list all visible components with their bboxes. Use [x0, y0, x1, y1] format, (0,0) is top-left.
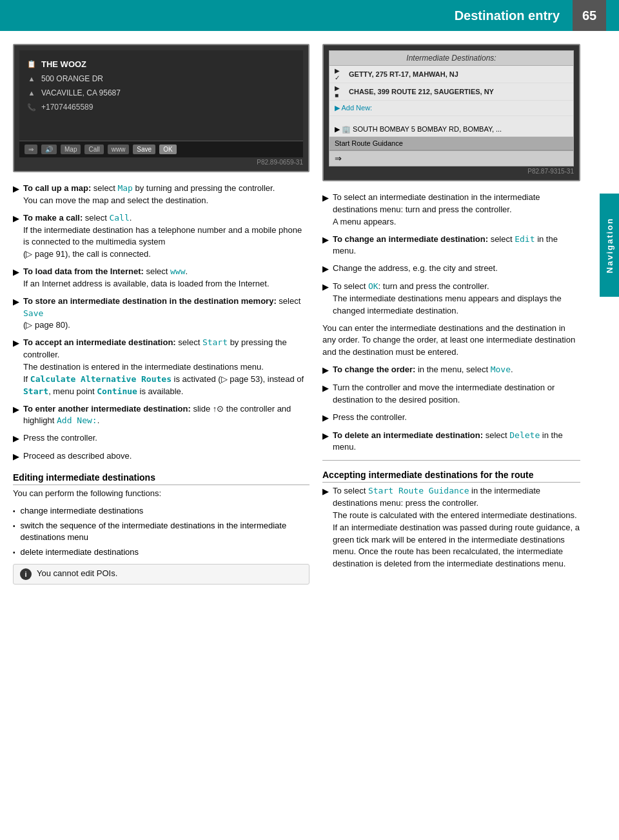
- bullet-item-2: • switch the sequence of the intermediat…: [13, 520, 310, 545]
- instruction-make-call: ▶ To make a call: select Call. If the in…: [13, 212, 310, 261]
- ss-title: Intermediate Destinations:: [329, 51, 573, 66]
- right-instruction-list-2: ▶ To change the order: in the menu, sele…: [322, 364, 580, 454]
- contact-card: 📋 THE WOOZ ▲ 500 ORANGE DR ▲ VACAVILLE, …: [19, 50, 303, 141]
- ss-gap: [329, 116, 573, 123]
- ss-dest-icon-2: ▶ ■: [335, 86, 345, 97]
- bullet-item-3: • delete intermediate destinations: [13, 546, 310, 559]
- side-tab-label: Navigation: [605, 217, 614, 273]
- arrow-icon-5: ▶: [13, 337, 19, 350]
- page-title: Destination entry: [455, 8, 560, 23]
- contact-type-icon: 📋: [26, 60, 37, 68]
- contact-name: THE WOOZ: [41, 59, 86, 69]
- address-icon-2: ▲: [26, 89, 37, 97]
- arrow-icon-1: ▶: [13, 183, 19, 195]
- bullet-item-1: • change intermediate destinations: [13, 505, 310, 517]
- accepting-arrow-1: ▶: [322, 486, 329, 498]
- right-instr-8: ▶ To delete an intermediate destination:…: [322, 430, 580, 454]
- instruction-text-8: Proceed as described above.: [23, 450, 132, 463]
- right-arrow-4: ▶: [322, 281, 329, 294]
- right-arrow-5: ▶: [322, 365, 329, 377]
- btn-call[interactable]: Call: [84, 145, 103, 154]
- info-box: i You cannot edit POIs.: [13, 564, 310, 585]
- info-icon: i: [20, 568, 32, 580]
- instruction-enter-another: ▶ To enter another intermediate destinat…: [13, 403, 310, 428]
- instruction-accept-dest: ▶ To accept an intermediate destination:…: [13, 337, 310, 397]
- contact-row-address1: ▲ 500 ORANGE DR: [25, 72, 298, 86]
- arrow-icon-2: ▶: [13, 213, 19, 225]
- bullet-text-1: change intermediate destinations: [21, 505, 144, 517]
- instruction-text-3: To load data from the Internet: select w…: [23, 266, 270, 290]
- right-instr-text-3: Change the address, e.g. the city and st…: [333, 263, 498, 275]
- accepting-divider: [322, 460, 580, 461]
- right-instr-text-5: To change the order: in the menu, select…: [333, 364, 513, 376]
- instruction-text-6: To enter another intermediate destinatio…: [23, 403, 310, 428]
- info-text: You cannot edit POIs.: [37, 568, 117, 578]
- ss-add-new: ▶ Add New:: [329, 101, 573, 116]
- right-instr-text-1: To select an intermediate destination in…: [333, 192, 580, 228]
- instruction-proceed: ▶ Proceed as described above.: [13, 450, 310, 463]
- address-icon-1: ▲: [26, 75, 37, 83]
- right-instruction-list: ▶ To select an intermediate destination …: [322, 192, 580, 317]
- btn-save[interactable]: Save: [133, 145, 155, 154]
- right-arrow-7: ▶: [322, 412, 329, 425]
- left-instruction-list: ▶ To call up a map: select Map by turnin…: [13, 183, 310, 463]
- right-instr-text-6: Turn the controller and move the interme…: [333, 382, 580, 406]
- ss-bottom-icon: ⇒: [335, 154, 342, 163]
- contact-address1: 500 ORANGE DR: [41, 74, 103, 83]
- instruction-store-dest: ▶ To store an intermediate destination i…: [13, 295, 310, 332]
- btn-ok[interactable]: OK: [159, 145, 176, 154]
- contact-row-phone: 📞 +17074465589: [25, 100, 298, 114]
- arrow-icon-4: ▶: [13, 296, 19, 308]
- right-instr-text-7: Press the controller.: [333, 412, 407, 424]
- arrow-icon-8: ▶: [13, 451, 19, 463]
- screenshot-bottom-bar: ⇒ 🔊 Map Call www Save OK: [19, 141, 303, 157]
- bullet-dot-2: •: [13, 522, 15, 532]
- contact-address2: VACAVILLE, CA 95687: [41, 88, 121, 97]
- ss-dest-row-1: ▶ ✓ GETTY, 275 RT-17, MAHWAH, NJ: [329, 66, 573, 83]
- right-instr-text-2: To change an intermediate destination: s…: [333, 234, 580, 258]
- editing-heading: Editing intermediate destinations: [13, 472, 310, 485]
- page-number: 65: [573, 0, 606, 31]
- header-bar: Destination entry 65: [0, 0, 619, 31]
- bullet-text-2: switch the sequence of the intermediate …: [21, 520, 310, 545]
- arrow-icon-3: ▶: [13, 266, 19, 279]
- right-instr-7: ▶ Press the controller.: [322, 412, 580, 425]
- instruction-text-5: To accept an intermediate destination: s…: [23, 337, 310, 397]
- btn-back[interactable]: ⇒: [25, 145, 37, 154]
- ss-dest-icon-1: ▶ ✓: [335, 69, 345, 79]
- editing-bullet-list: • change intermediate destinations • swi…: [13, 505, 310, 559]
- bullet-dot-1: •: [13, 507, 15, 517]
- accepting-instr-1: ▶ To select Start Route Guidance in the …: [322, 485, 580, 570]
- right-column: Intermediate Destinations: ▶ ✓ GETTY, 27…: [322, 44, 580, 590]
- btn-www[interactable]: www: [108, 145, 130, 154]
- right-instr-4: ▶ To select OK: turn and press the contr…: [322, 281, 580, 317]
- instruction-text-4: To store an intermediate destination in …: [23, 295, 310, 332]
- right-instr-6: ▶ Turn the controller and move the inter…: [322, 382, 580, 406]
- contact-row-address2: ▲ VACAVILLE, CA 95687: [25, 86, 298, 100]
- right-screenshot: Intermediate Destinations: ▶ ✓ GETTY, 27…: [322, 44, 580, 181]
- intermediate-dest-panel: Intermediate Destinations: ▶ ✓ GETTY, 27…: [329, 50, 574, 166]
- accepting-heading: Accepting intermediate destinations for …: [322, 470, 580, 483]
- right-arrow-6: ▶: [322, 383, 329, 395]
- main-content: 📋 THE WOOZ ▲ 500 ORANGE DR ▲ VACAVILLE, …: [0, 31, 619, 603]
- ss-bottom-bar: ⇒: [329, 150, 573, 166]
- left-screenshot-caption: P82.89-0659-31: [19, 159, 303, 166]
- ss-start-route: Start Route Guidance: [329, 137, 573, 150]
- ss-dest-row-2: ▶ ■ CHASE, 399 ROUTE 212, SAUGERTIES, NY: [329, 83, 573, 101]
- instruction-load-data: ▶ To load data from the Internet: select…: [13, 266, 310, 290]
- ss-dest-text-1: GETTY, 275 RT-17, MAHWAH, NJ: [349, 70, 458, 78]
- right-arrow-8: ▶: [322, 430, 329, 443]
- arrow-icon-7: ▶: [13, 433, 19, 445]
- right-instr-text-8: To delete an intermediate destination: s…: [333, 430, 580, 454]
- right-arrow-3: ▶: [322, 263, 329, 275]
- btn-speaker[interactable]: 🔊: [41, 145, 57, 154]
- btn-map[interactable]: Map: [61, 145, 81, 154]
- left-screenshot: 📋 THE WOOZ ▲ 500 ORANGE DR ▲ VACAVILLE, …: [13, 44, 310, 172]
- editing-intro: You can perform the following functions:: [13, 488, 310, 500]
- instruction-press-ctrl: ▶ Press the controller.: [13, 432, 310, 445]
- left-column: 📋 THE WOOZ ▲ 500 ORANGE DR ▲ VACAVILLE, …: [13, 44, 310, 590]
- right-instr-text-4: To select OK: turn and press the control…: [333, 281, 580, 317]
- instruction-text-2: To make a call: select Call. If the inte…: [23, 212, 310, 261]
- contact-row-name: 📋 THE WOOZ: [25, 57, 298, 72]
- bullet-text-3: delete intermediate destinations: [21, 546, 139, 559]
